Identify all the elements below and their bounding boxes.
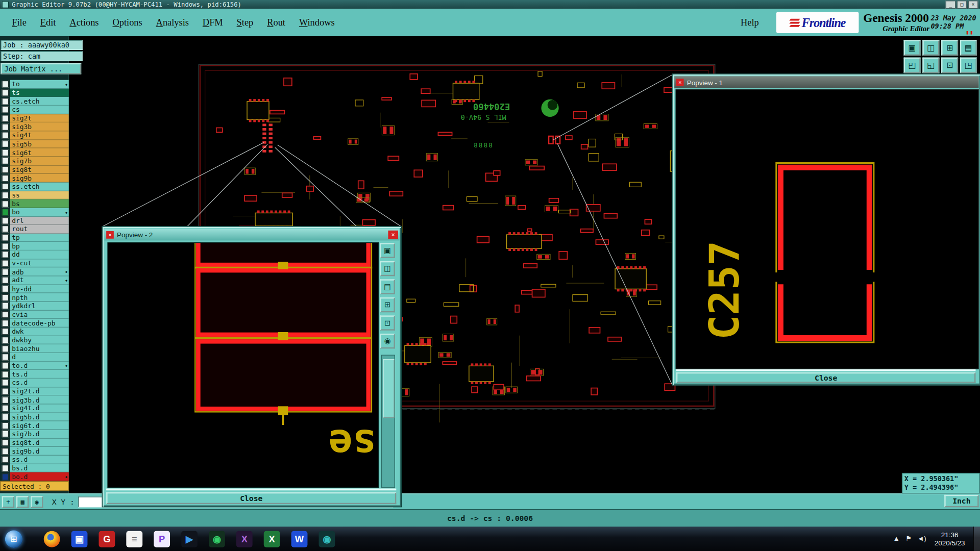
- crosshair-icon[interactable]: +: [2, 496, 14, 508]
- layer-label[interactable]: ss: [10, 191, 69, 199]
- layer-checkbox-adb[interactable]: [2, 268, 9, 275]
- layer-row-ss.etch[interactable]: ss.etch: [0, 182, 69, 191]
- layer-checkbox-sig3b[interactable]: [2, 123, 9, 130]
- popview2-scroll-thumb[interactable]: [383, 359, 395, 418]
- layer-checkbox-ydkdrl[interactable]: [2, 303, 9, 309]
- save-icon[interactable]: ▣: [71, 531, 88, 547]
- layer-row-datecode-pb[interactable]: datecode-pb: [0, 319, 69, 328]
- layer-label[interactable]: v-cut: [10, 259, 69, 268]
- popview2-window[interactable]: × Popview - 2 × s: [102, 226, 402, 507]
- layer-checkbox-sig4t.d[interactable]: [2, 405, 9, 412]
- layer-row-sig5b[interactable]: sig5b: [0, 140, 69, 148]
- genesis-icon[interactable]: G: [99, 531, 115, 547]
- layer-checkbox-tp[interactable]: [2, 234, 9, 241]
- popview1-window[interactable]: × Popview - 1 C257 Close: [672, 73, 980, 385]
- layer-row-cs.d[interactable]: cs.d: [0, 379, 69, 387]
- layer-row-sig6t.d[interactable]: sig6t.d: [0, 421, 69, 430]
- layer-row-ydkdrl[interactable]: ydkdrl: [0, 302, 69, 311]
- layer-label[interactable]: sig2t.d: [10, 387, 69, 396]
- menu-analysis[interactable]: Analysis: [149, 17, 195, 28]
- layer-label[interactable]: sig3b.d: [10, 395, 69, 404]
- layer-label[interactable]: sig4t.d: [10, 404, 69, 413]
- layer-checkbox-sig2t[interactable]: [2, 115, 9, 121]
- monitor-icon[interactable]: ▤: [960, 40, 977, 56]
- layer-row-sig2t[interactable]: sig2t: [0, 114, 69, 123]
- layer-row-to[interactable]: to◆: [0, 80, 69, 89]
- layer-label[interactable]: cs: [10, 106, 69, 114]
- layer-checkbox-sig8t.d[interactable]: [2, 439, 9, 446]
- layer-checkbox-sig5b[interactable]: [2, 140, 9, 147]
- layer-row-dwk[interactable]: dwk: [0, 328, 69, 336]
- layer-label[interactable]: hy-dd: [10, 285, 69, 293]
- layer-checkbox-bo.d[interactable]: [2, 473, 9, 480]
- layer-checkbox-d[interactable]: [2, 354, 9, 360]
- layer-checkbox-datecode-pb[interactable]: [2, 320, 9, 327]
- layer-checkbox-cs.etch[interactable]: [2, 98, 9, 105]
- layer-label[interactable]: bo◆: [10, 208, 69, 217]
- new-window-icon[interactable]: ◫: [922, 40, 939, 56]
- layer-row-sig3b[interactable]: sig3b: [0, 122, 69, 131]
- layer-row-hy-dd[interactable]: hy-dd: [0, 285, 69, 293]
- layer-row-npth[interactable]: npth: [0, 293, 69, 302]
- layer-row-sig9b.d[interactable]: sig9b.d: [0, 447, 69, 456]
- layer-checkbox-sig6t.d[interactable]: [2, 422, 9, 429]
- layer-checkbox-cs[interactable]: [2, 107, 9, 113]
- popview1-titlebar[interactable]: × Popview - 1: [674, 76, 978, 88]
- layer-label[interactable]: sig9b.d: [10, 447, 69, 456]
- layer-checkbox-sig6t[interactable]: [2, 149, 9, 156]
- layer-label[interactable]: sig3b: [10, 122, 69, 131]
- minimize-button[interactable]: _: [946, 1, 956, 9]
- layer-label[interactable]: to◆: [10, 80, 69, 89]
- flag-icon[interactable]: ⚑: [905, 535, 912, 543]
- layer-checkbox-ss.d[interactable]: [2, 456, 9, 463]
- layer-label[interactable]: dd: [10, 251, 69, 259]
- layer-label[interactable]: drl: [10, 216, 69, 225]
- layer-label[interactable]: bs: [10, 199, 69, 208]
- layer-row-sig5b.d[interactable]: sig5b.d: [0, 413, 69, 421]
- layer-row-bs.d[interactable]: bs.d: [0, 464, 69, 472]
- layer-checkbox-ss.etch[interactable]: [2, 183, 9, 190]
- layer-label[interactable]: cvia: [10, 310, 69, 319]
- layer-checkbox-v-cut[interactable]: [2, 260, 9, 267]
- layer-label[interactable]: to.d◆: [10, 362, 69, 370]
- close-button[interactable]: ×: [968, 1, 978, 9]
- layer-label[interactable]: bs.d: [10, 464, 69, 472]
- layer-label[interactable]: dwkby: [10, 336, 69, 344]
- layer-row-sig4t.d[interactable]: sig4t.d: [0, 404, 69, 413]
- layer-row-sig2t.d[interactable]: sig2t.d: [0, 387, 69, 396]
- maximize-button[interactable]: □: [957, 1, 967, 9]
- layer-checkbox-sig4t[interactable]: [2, 132, 9, 139]
- layer-checkbox-sig9b[interactable]: [2, 174, 9, 181]
- popview2-dup-window-icon[interactable]: ◫: [380, 261, 395, 276]
- popview2-close-icon[interactable]: ×: [388, 230, 398, 239]
- layer-checkbox-ts[interactable]: [2, 89, 9, 96]
- layer-checkbox-sig2t.d[interactable]: [2, 388, 9, 394]
- viewer-green-icon[interactable]: ◉: [209, 531, 225, 547]
- layer-row-to.d[interactable]: to.d◆: [0, 362, 69, 370]
- layer-row-bp[interactable]: bp: [0, 242, 69, 251]
- layer-row-ss.d[interactable]: ss.d: [0, 456, 69, 464]
- layer-label[interactable]: datecode-pb: [10, 319, 69, 328]
- layer-checkbox-ts.d[interactable]: [2, 371, 9, 378]
- layer-row-bs[interactable]: bs: [0, 199, 69, 208]
- screen-right-icon[interactable]: ◳: [960, 58, 977, 73]
- viewer-teal-icon[interactable]: ◉: [318, 531, 335, 547]
- layer-checkbox-bp[interactable]: [2, 243, 9, 249]
- layer-label[interactable]: adb◆: [10, 268, 69, 277]
- job-matrix-button[interactable]: Job Matrix ...: [1, 63, 81, 74]
- layer-label[interactable]: sig7b.d: [10, 430, 69, 438]
- layer-checkbox-cvia[interactable]: [2, 311, 9, 318]
- layer-row-sig9b[interactable]: sig9b: [0, 174, 69, 183]
- popview2-canvas[interactable]: se: [108, 242, 379, 488]
- popview1-canvas[interactable]: C257: [676, 89, 979, 369]
- layer-checkbox-sig5b.d[interactable]: [2, 414, 9, 420]
- menu-options[interactable]: Options: [106, 17, 149, 28]
- print-icon[interactable]: ▣: [904, 40, 921, 56]
- unit-toggle-button[interactable]: Inch: [944, 495, 978, 507]
- layer-row-cs.etch[interactable]: cs.etch: [0, 97, 69, 106]
- layer-label[interactable]: dwk: [10, 328, 69, 336]
- start-icon[interactable]: ⊞: [5, 530, 22, 547]
- layer-checkbox-biaozhu[interactable]: [2, 345, 9, 352]
- layer-label[interactable]: ts: [10, 88, 69, 97]
- layer-label[interactable]: bo.d◆: [10, 472, 69, 481]
